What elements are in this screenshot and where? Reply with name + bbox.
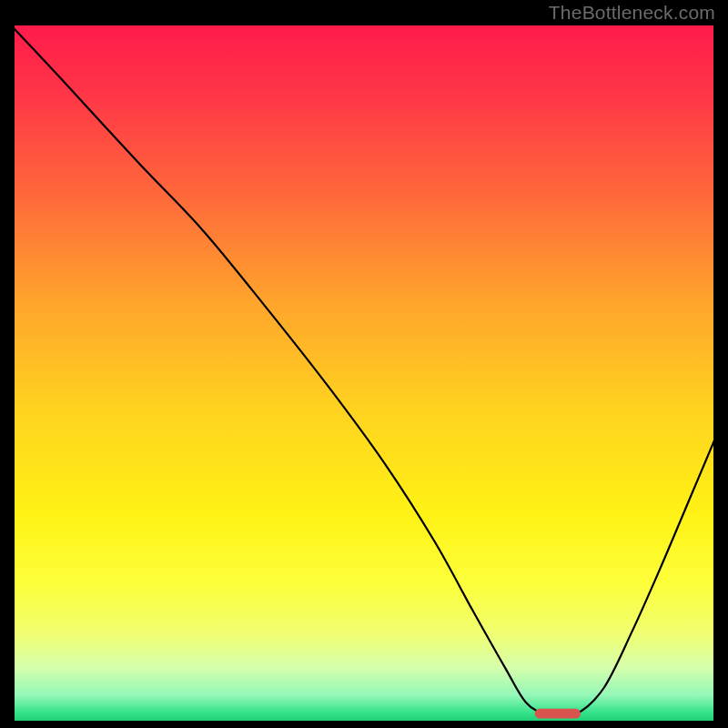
chart-background-gradient [12,23,716,723]
chart-frame [12,23,716,723]
watermark-text: TheBottleneck.com [549,2,715,24]
optimal-marker [535,709,581,719]
bottleneck-chart [12,23,716,723]
